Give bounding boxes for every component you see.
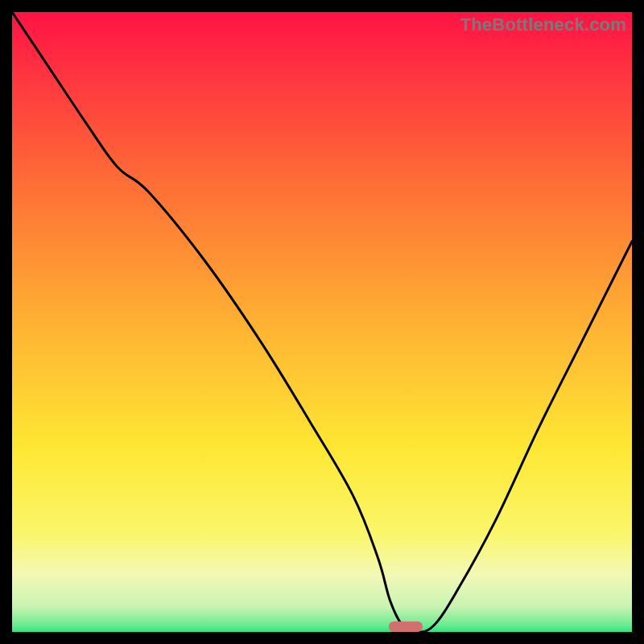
minimum-marker [389,621,423,632]
plot-area [12,12,632,632]
chart-frame: TheBottleneck.com [0,0,644,644]
watermark-text: TheBottleneck.com [460,14,626,35]
chart-svg [12,12,632,632]
gradient-background [12,12,632,632]
